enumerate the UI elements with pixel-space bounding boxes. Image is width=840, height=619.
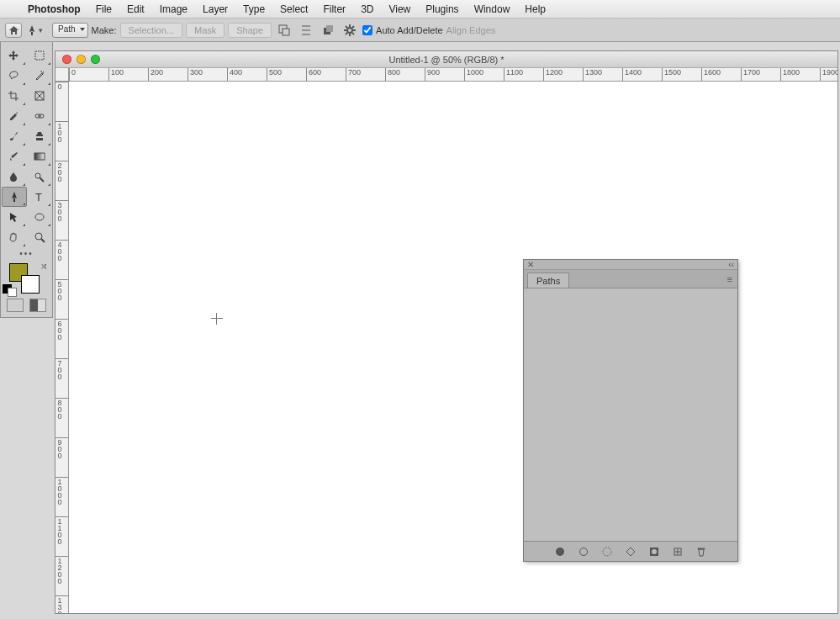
ruler-tick: 900 xyxy=(425,68,440,82)
menu-type[interactable]: Type xyxy=(235,0,272,19)
stroke-path-icon[interactable] xyxy=(578,546,590,558)
pick-tool-mode-select[interactable]: Path xyxy=(52,23,88,38)
ruler-tick: 1300 xyxy=(583,68,602,82)
hand-tool[interactable] xyxy=(2,227,26,247)
quick-mask-icon[interactable] xyxy=(29,299,46,312)
make-mask-button[interactable]: Mask xyxy=(186,23,225,38)
swap-colors-icon[interactable]: ⤭ xyxy=(40,262,47,271)
menu-help[interactable]: Help xyxy=(517,0,553,19)
ruler-tick: 1600 xyxy=(701,68,721,82)
document-titlebar[interactable]: Untitled-1 @ 50% (RGB/8) * xyxy=(55,51,837,68)
type-tool[interactable]: T xyxy=(29,187,52,207)
svg-point-32 xyxy=(603,548,611,556)
svg-point-34 xyxy=(652,549,657,554)
ruler-tick: 100 xyxy=(108,68,124,82)
window-zoom-icon[interactable] xyxy=(91,55,100,64)
svg-text:T: T xyxy=(35,191,42,203)
paths-panel-footer xyxy=(524,541,737,561)
fill-path-icon[interactable] xyxy=(554,546,567,558)
ruler-tick: 1300 xyxy=(55,595,69,613)
svg-point-28 xyxy=(35,233,42,240)
ruler-origin[interactable] xyxy=(55,68,69,82)
eyedropper-tool[interactable] xyxy=(2,106,26,126)
pen-tool[interactable] xyxy=(2,187,27,207)
window-close-icon[interactable] xyxy=(62,55,71,64)
background-color[interactable] xyxy=(21,275,40,294)
menu-filter[interactable]: Filter xyxy=(315,0,353,19)
magic-wand-tool[interactable] xyxy=(28,66,52,86)
shape-tool[interactable] xyxy=(28,207,52,227)
menu-3d[interactable]: 3D xyxy=(353,0,381,19)
new-path-icon[interactable] xyxy=(672,546,684,558)
auto-add-delete-label: Auto Add/Delete xyxy=(376,25,443,35)
svg-rect-23 xyxy=(34,153,45,160)
svg-line-12 xyxy=(346,26,347,28)
ruler-tick: 1800 xyxy=(780,68,800,82)
ruler-tick: 1100 xyxy=(55,516,69,545)
path-alignment-icon[interactable] xyxy=(297,22,315,39)
auto-add-delete-checkbox[interactable]: Auto Add/Delete xyxy=(362,25,443,35)
add-mask-icon[interactable] xyxy=(648,546,661,558)
blur-tool[interactable] xyxy=(2,167,26,187)
panel-menu-icon[interactable]: ≡ xyxy=(727,274,732,284)
path-arrangement-icon[interactable] xyxy=(319,22,337,39)
brush-tool[interactable] xyxy=(2,126,26,146)
menu-file[interactable]: File xyxy=(88,0,119,19)
menu-window[interactable]: Window xyxy=(467,0,518,19)
ruler-tick: 1500 xyxy=(662,68,681,82)
ruler-tick: 300 xyxy=(55,200,69,222)
paths-panel[interactable]: ✕ ‹‹ Paths ≡ xyxy=(523,259,738,562)
frame-tool[interactable] xyxy=(28,86,52,106)
menu-edit[interactable]: Edit xyxy=(119,0,152,19)
lasso-tool[interactable] xyxy=(2,66,26,86)
ruler-tick: 0 xyxy=(69,68,76,82)
ruler-tick: 900 xyxy=(55,437,69,459)
system-menubar: Photoshop File Edit Image Layer Type Sel… xyxy=(0,0,840,19)
app-name-menu[interactable]: Photoshop xyxy=(20,0,88,19)
panel-close-icon[interactable]: ✕ xyxy=(527,260,534,269)
menu-select[interactable]: Select xyxy=(272,0,315,19)
clone-stamp-tool[interactable] xyxy=(28,126,52,146)
gradient-tool[interactable] xyxy=(28,146,52,167)
ruler-tick: 200 xyxy=(55,161,69,183)
svg-point-27 xyxy=(35,214,44,220)
ruler-tick: 700 xyxy=(55,358,69,380)
make-selection-button[interactable]: Selection... xyxy=(120,23,182,38)
dodge-tool[interactable] xyxy=(28,167,52,187)
ruler-tick: 1000 xyxy=(55,477,69,505)
horizontal-ruler[interactable]: 0100200300400500600700800900100011001200… xyxy=(69,68,837,82)
move-tool[interactable] xyxy=(2,45,26,66)
marquee-tool[interactable] xyxy=(28,45,52,66)
path-operations-icon[interactable] xyxy=(275,22,293,39)
home-button[interactable] xyxy=(5,23,22,38)
make-workpath-icon[interactable] xyxy=(625,546,637,558)
zoom-tool[interactable] xyxy=(28,227,52,247)
ruler-tick: 200 xyxy=(148,68,163,82)
menu-plugins[interactable]: Plugins xyxy=(418,0,466,19)
panel-collapse-icon[interactable]: ‹‹ xyxy=(728,260,734,269)
vertical-ruler[interactable]: 0100200300400500600700800900100011001200… xyxy=(55,82,69,613)
path-select-tool[interactable] xyxy=(2,207,26,227)
ruler-tick: 1200 xyxy=(55,556,69,585)
history-brush-tool[interactable] xyxy=(2,146,26,167)
ruler-tick: 400 xyxy=(55,240,69,262)
align-edges-label: Align Edges xyxy=(446,25,496,35)
tool-preset-picker[interactable]: ▾ xyxy=(25,23,44,38)
ruler-tick: 500 xyxy=(55,279,69,301)
menu-layer[interactable]: Layer xyxy=(195,0,235,19)
additional-options-gear-icon[interactable] xyxy=(341,22,359,39)
crop-tool[interactable] xyxy=(2,86,26,106)
menu-image[interactable]: Image xyxy=(152,0,195,19)
healing-brush-tool[interactable] xyxy=(28,106,52,126)
window-minimize-icon[interactable] xyxy=(77,55,86,64)
edit-toolbar-button[interactable]: ••• xyxy=(1,247,52,260)
make-shape-button[interactable]: Shape xyxy=(228,23,272,38)
delete-path-icon[interactable] xyxy=(695,546,708,558)
standard-mode-icon[interactable] xyxy=(7,299,24,312)
document-title: Untitled-1 @ 50% (RGB/8) * xyxy=(55,55,837,65)
tab-paths[interactable]: Paths xyxy=(527,272,569,288)
menu-view[interactable]: View xyxy=(381,0,418,19)
load-selection-icon[interactable] xyxy=(601,546,614,558)
paths-list[interactable] xyxy=(524,288,737,541)
svg-point-31 xyxy=(580,548,588,555)
